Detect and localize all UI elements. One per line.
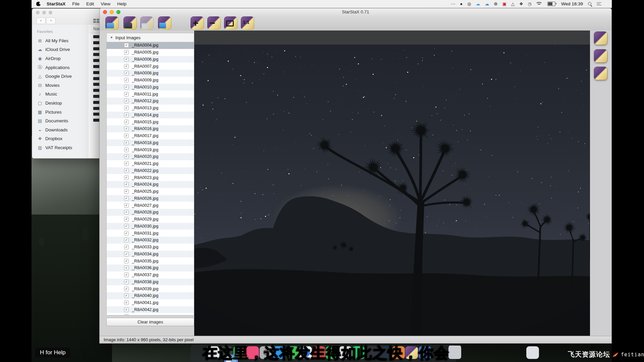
file-row[interactable]: ✓_R8A0009.jpg (107, 77, 194, 84)
dock-icon-preview[interactable] (526, 346, 539, 359)
input-images-header[interactable]: ▼ Input Images (107, 33, 194, 42)
file-row[interactable]: ✓_R8A0025.jpg (107, 188, 194, 195)
zoom-out-button[interactable]: − (207, 16, 221, 30)
checkbox-checked[interactable]: ✓ (124, 126, 129, 131)
checkbox-checked[interactable]: ✓ (124, 99, 129, 103)
file-row[interactable]: ✓_R8A0028.jpg (107, 209, 194, 216)
file-row[interactable]: ✓_R8A0043.jpg (107, 313, 194, 315)
starstax-file-icon[interactable] (594, 49, 607, 63)
checkbox-checked[interactable]: ✓ (124, 238, 129, 242)
checkbox-checked[interactable]: ✓ (124, 252, 129, 256)
file-row[interactable]: ✓_R8A0011.jpg (107, 90, 194, 98)
sidebar-item-airdrop[interactable]: ◉AirDrop (32, 54, 89, 63)
more-icon[interactable]: ⋯ (451, 0, 455, 8)
file-row[interactable]: ✓_R8A0015.jpg (107, 118, 194, 125)
file-row[interactable]: ✓_R8A0006.jpg (107, 56, 194, 63)
checkbox-checked[interactable]: ✓ (124, 224, 129, 229)
file-row[interactable]: ✓_R8A0020.jpg (107, 153, 194, 160)
checkbox-checked[interactable]: ✓ (124, 57, 129, 62)
sidebar-item-vat-receipts[interactable]: ▥VAT Receipts (32, 143, 89, 152)
file-row[interactable]: ✓_R8A0035.jpg (107, 257, 194, 264)
sidebar-item-downloads[interactable]: ◒Downloads (32, 125, 89, 134)
file-row[interactable]: ✓_R8A0032.jpg (107, 237, 194, 244)
checkbox-checked[interactable]: ✓ (124, 273, 129, 277)
file-row[interactable]: ✓_R8A0039.jpg (107, 285, 194, 292)
apple-menu-icon[interactable] (36, 2, 41, 6)
file-row[interactable]: ✓_R8A0016.jpg (107, 125, 194, 132)
zoom-fit-button[interactable] (224, 16, 237, 30)
file-row[interactable]: ✓_R8A0026.jpg (107, 195, 194, 202)
menu-item-file[interactable]: File (69, 1, 83, 6)
camera-icon[interactable]: ▣ (502, 0, 506, 8)
file-row[interactable]: ✓_R8A0004.jpg (107, 42, 194, 49)
checkbox-checked[interactable]: ✓ (124, 168, 129, 173)
time-machine-icon[interactable]: ◷ (528, 0, 532, 8)
file-row[interactable]: ✓_R8A0008.jpg (107, 70, 194, 77)
checkbox-checked[interactable]: ✓ (124, 287, 129, 291)
checkbox-checked[interactable]: ✓ (124, 175, 129, 180)
file-row[interactable]: ✓_R8A0041.jpg (107, 299, 194, 306)
zoom-actual-button[interactable]: 1:1 (241, 16, 254, 30)
file-row[interactable]: ✓_R8A0013.jpg (107, 105, 194, 112)
creative-cloud-icon[interactable]: ◎ (467, 0, 471, 8)
checkbox-checked[interactable]: ✓ (124, 140, 129, 145)
checkbox-checked[interactable]: ✓ (124, 196, 129, 201)
checkbox-checked[interactable]: ✓ (124, 210, 129, 215)
file-row[interactable]: ✓_R8A0021.jpg (107, 160, 194, 167)
file-row[interactable]: ✓_R8A0038.jpg (107, 279, 194, 286)
open-dark-frames-button[interactable] (123, 16, 137, 30)
checkbox-checked[interactable]: ✓ (124, 300, 129, 305)
checkbox-checked[interactable]: ✓ (124, 245, 129, 249)
file-row[interactable]: ✓_R8A0040.jpg (107, 292, 194, 299)
checkbox-checked[interactable]: ✓ (124, 203, 129, 208)
starstax-file-icon[interactable] (594, 32, 607, 45)
menu-item-starstax[interactable]: StarStaX (43, 1, 69, 6)
dropbox-icon[interactable]: ❖ (519, 0, 523, 8)
checkbox-checked[interactable]: ✓ (124, 293, 129, 298)
checkbox-checked[interactable]: ✓ (124, 147, 129, 152)
file-row[interactable]: ✓_R8A0042.jpg (107, 306, 194, 313)
wifi-icon[interactable] (536, 2, 542, 6)
file-row[interactable]: ✓_R8A0019.jpg (107, 146, 194, 153)
checkbox-checked[interactable]: ✓ (124, 133, 129, 138)
checkbox-checked[interactable]: ✓ (124, 307, 129, 312)
file-row[interactable]: ✓_R8A0023.jpg (107, 174, 194, 181)
forward-button[interactable]: › (46, 17, 56, 24)
google-drive-icon[interactable]: △ (511, 0, 515, 8)
finder-window-controls[interactable] (36, 11, 52, 14)
checkbox-checked[interactable]: ✓ (124, 189, 129, 194)
checkbox-checked[interactable]: ✓ (124, 78, 129, 82)
starstax-titlebar[interactable]: StarStaX 0.71 (100, 8, 611, 16)
checkbox-checked[interactable]: ✓ (124, 43, 129, 48)
file-row[interactable]: ✓_R8A0007.jpg (107, 63, 194, 70)
checkbox-checked[interactable]: ✓ (124, 92, 129, 97)
sidebar-item-desktop[interactable]: ▢Desktop (32, 99, 89, 108)
checkbox-checked[interactable]: ✓ (124, 231, 129, 236)
file-row[interactable]: ✓_R8A0010.jpg (107, 84, 194, 91)
file-row[interactable]: ✓_R8A0014.jpg (107, 112, 194, 119)
file-row[interactable]: ✓_R8A0027.jpg (107, 202, 194, 209)
open-images-button[interactable] (105, 16, 119, 30)
cloud-upload-icon[interactable]: ☁ (485, 0, 489, 8)
battery-icon[interactable] (547, 2, 556, 6)
sidebar-item-dropbox[interactable]: ❖Dropbox (32, 134, 89, 143)
checkbox-checked[interactable]: ✓ (124, 217, 129, 222)
file-row[interactable]: ✓_R8A0022.jpg (107, 167, 194, 174)
sidebar-item-documents[interactable]: ▤Documents (32, 116, 89, 125)
checkbox-checked[interactable]: ✓ (124, 154, 129, 159)
sidebar-item-movies[interactable]: ⊟Movies (32, 81, 89, 90)
spotlight-icon[interactable] (588, 2, 592, 6)
menu-item-view[interactable]: View (97, 1, 114, 6)
checkbox-checked[interactable]: ✓ (124, 85, 129, 89)
view-grid-icon[interactable] (93, 19, 99, 23)
file-row[interactable]: ✓_R8A0024.jpg (107, 181, 194, 188)
checkbox-checked[interactable]: ✓ (124, 106, 129, 110)
dock-icon-trash[interactable] (448, 346, 461, 359)
checkbox-checked[interactable]: ✓ (124, 64, 129, 69)
shield-icon[interactable]: ⬟ (494, 0, 497, 8)
sidebar-item-all-my-files[interactable]: ⊞All My Files (32, 36, 89, 45)
file-row[interactable]: ✓_R8A0017.jpg (107, 132, 194, 139)
sidebar-item-applications[interactable]: ⒶApplications (32, 63, 89, 72)
menu-item-help[interactable]: Help (114, 1, 130, 6)
checkbox-checked[interactable]: ✓ (124, 50, 129, 55)
